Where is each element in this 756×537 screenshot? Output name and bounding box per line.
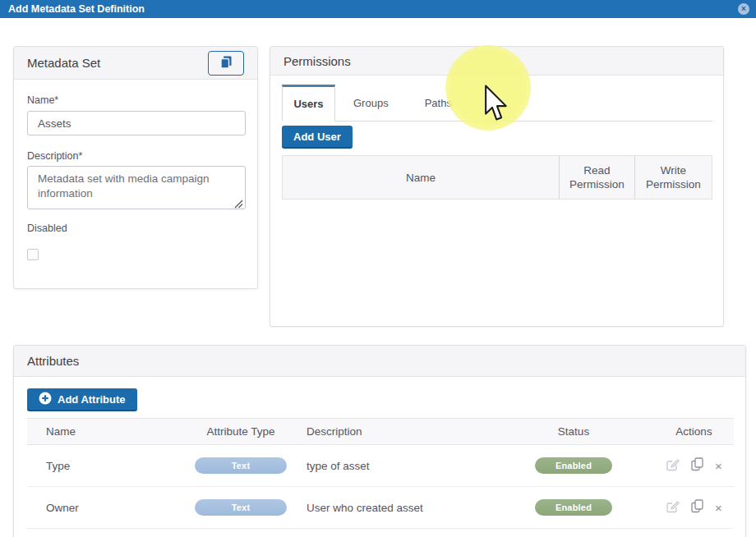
column-header-attribute-type: Attribute Type <box>175 425 307 438</box>
modal-titlebar: Add Metadata Set Definition × <box>0 0 756 18</box>
table-row: Owner Text User who created asset Enable… <box>27 487 734 529</box>
permissions-header: Permissions <box>270 47 723 76</box>
status-badge: Enabled <box>535 457 612 474</box>
attribute-name: Owner <box>27 502 175 514</box>
status-badge: Enabled <box>535 499 612 516</box>
page-title: Add Metadata Set Definition <box>8 3 145 15</box>
textarea-resize-handle-icon[interactable] <box>233 197 243 212</box>
attributes-card: Attributes Add Attribute Name Attribute … <box>13 345 746 537</box>
edit-icon <box>666 499 680 516</box>
column-header-name: Name <box>283 156 559 199</box>
column-header-read-permission: Read Permission <box>559 156 634 199</box>
duplicate-attribute-button[interactable] <box>691 457 703 474</box>
attributes-table: Name Attribute Type Description Status A… <box>27 418 734 529</box>
column-header-actions: Actions <box>639 425 734 438</box>
column-header-write-permission: Write Permission <box>634 156 712 199</box>
plus-icon <box>39 392 52 407</box>
attributes-table-header: Name Attribute Type Description Status A… <box>27 418 734 445</box>
tab-groups[interactable]: Groups <box>335 85 407 121</box>
add-user-button[interactable]: Add User <box>282 126 353 149</box>
table-row: Type Text type of asset Enabled <box>27 445 734 487</box>
name-label: Name* <box>27 94 58 106</box>
attribute-name: Type <box>27 460 175 472</box>
copy-icon <box>219 55 233 71</box>
column-header-status: Status <box>508 425 639 438</box>
duplicate-icon <box>691 457 703 474</box>
remove-attribute-button[interactable]: × <box>715 502 722 514</box>
add-attribute-button[interactable]: Add Attribute <box>27 388 137 411</box>
tab-users[interactable]: Users <box>282 85 335 122</box>
metadata-set-card: Metadata Set Name* Description* Metadata… <box>13 46 258 289</box>
attribute-type-badge: Text <box>195 457 287 474</box>
metadata-set-header: Metadata Set <box>14 47 257 80</box>
permissions-title: Permissions <box>284 54 351 68</box>
attribute-description: User who created asset <box>307 502 508 514</box>
column-header-description: Description <box>307 425 508 438</box>
attributes-title: Attributes <box>27 354 79 368</box>
attributes-header: Attributes <box>14 346 745 377</box>
remove-attribute-button[interactable]: × <box>715 460 722 472</box>
column-header-name: Name <box>27 425 175 438</box>
edit-attribute-button[interactable] <box>666 499 680 516</box>
edit-icon <box>666 457 680 474</box>
add-attribute-label: Add Attribute <box>58 393 126 406</box>
duplicate-icon <box>691 499 703 516</box>
add-user-label: Add User <box>293 131 341 143</box>
remove-icon: × <box>715 502 722 514</box>
copy-metadata-set-button[interactable] <box>208 51 244 76</box>
description-label: Description* <box>27 150 82 162</box>
disabled-label: Disabled <box>27 223 67 234</box>
attribute-type-badge: Text <box>195 499 287 516</box>
remove-icon: × <box>715 460 722 472</box>
permissions-table-header: Name Read Permission Write Permission <box>282 155 712 200</box>
attribute-description: type of asset <box>307 460 508 472</box>
name-input[interactable] <box>27 111 246 135</box>
metadata-set-title: Metadata Set <box>27 56 100 70</box>
close-icon[interactable]: × <box>738 3 749 15</box>
disabled-checkbox[interactable] <box>27 249 39 260</box>
permissions-tabs: Users Groups Paths <box>282 85 712 122</box>
edit-attribute-button[interactable] <box>666 457 680 474</box>
tab-paths[interactable]: Paths <box>407 85 470 121</box>
description-input[interactable]: Metadata set with media campaign informa… <box>27 166 246 209</box>
permissions-card: Permissions Users Groups Paths Add User … <box>270 46 724 327</box>
duplicate-attribute-button[interactable] <box>691 499 703 516</box>
